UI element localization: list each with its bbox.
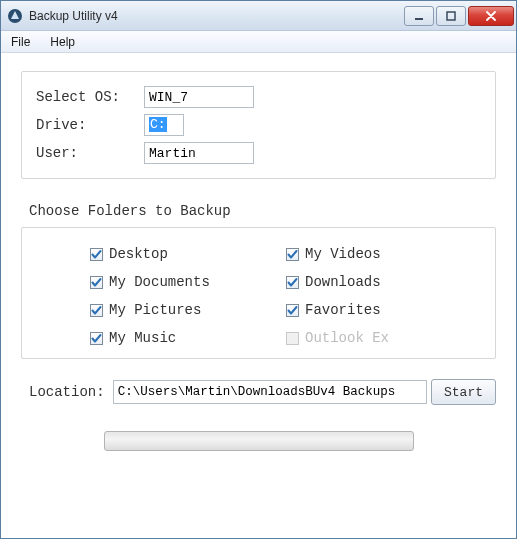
folder-label[interactable]: My Documents xyxy=(109,274,210,290)
svg-rect-2 xyxy=(447,12,455,20)
os-drive-user-panel: Select OS: Drive: C: User: xyxy=(21,71,496,179)
checkbox[interactable] xyxy=(286,248,299,261)
menubar: File Help xyxy=(1,31,516,53)
progress-wrap xyxy=(21,431,496,451)
client-area: Select OS: Drive: C: User: Choose Folder… xyxy=(1,53,516,538)
drive-label: Drive: xyxy=(36,117,136,133)
app-window: Backup Utility v4 File Help Select OS: D… xyxy=(0,0,517,539)
folder-item: My Pictures xyxy=(90,302,270,318)
folder-item: My Documents xyxy=(90,274,270,290)
folder-item: Outlook Ex xyxy=(286,330,466,346)
os-label: Select OS: xyxy=(36,89,136,105)
minimize-button[interactable] xyxy=(404,6,434,26)
checkbox[interactable] xyxy=(286,304,299,317)
folder-item: Downloads xyxy=(286,274,466,290)
svg-rect-1 xyxy=(415,18,423,20)
checkbox[interactable] xyxy=(90,248,103,261)
user-row: User: xyxy=(36,142,481,164)
close-button[interactable] xyxy=(468,6,514,26)
app-icon xyxy=(7,8,23,24)
drive-row: Drive: C: xyxy=(36,114,481,136)
checkbox[interactable] xyxy=(286,276,299,289)
location-label: Location: xyxy=(29,384,105,400)
folder-item: My Videos xyxy=(286,246,466,262)
folders-heading: Choose Folders to Backup xyxy=(29,203,496,219)
folder-label[interactable]: Downloads xyxy=(305,274,381,290)
user-input[interactable] xyxy=(144,142,254,164)
folder-label[interactable]: Desktop xyxy=(109,246,168,262)
menu-help[interactable]: Help xyxy=(46,33,79,51)
folder-label[interactable]: My Music xyxy=(109,330,176,346)
os-input[interactable] xyxy=(144,86,254,108)
maximize-button[interactable] xyxy=(436,6,466,26)
drive-input[interactable] xyxy=(144,114,184,136)
folders-panel: DesktopMy VideosMy DocumentsDownloadsMy … xyxy=(21,227,496,359)
location-input[interactable] xyxy=(113,380,427,404)
checkbox[interactable] xyxy=(90,276,103,289)
location-row: Location: Start xyxy=(29,379,496,405)
folder-label[interactable]: My Videos xyxy=(305,246,381,262)
os-row: Select OS: xyxy=(36,86,481,108)
window-controls xyxy=(404,6,514,26)
progress-bar xyxy=(104,431,414,451)
window-title: Backup Utility v4 xyxy=(29,9,404,23)
user-label: User: xyxy=(36,145,136,161)
start-button[interactable]: Start xyxy=(431,379,496,405)
checkbox xyxy=(286,332,299,345)
folder-label[interactable]: My Pictures xyxy=(109,302,201,318)
folder-item: Desktop xyxy=(90,246,270,262)
folder-label: Outlook Ex xyxy=(305,330,389,346)
checkbox[interactable] xyxy=(90,304,103,317)
folder-item: My Music xyxy=(90,330,270,346)
folder-label[interactable]: Favorites xyxy=(305,302,381,318)
folder-grid: DesktopMy VideosMy DocumentsDownloadsMy … xyxy=(50,246,483,346)
titlebar[interactable]: Backup Utility v4 xyxy=(1,1,516,31)
checkbox[interactable] xyxy=(90,332,103,345)
menu-file[interactable]: File xyxy=(7,33,34,51)
folder-item: Favorites xyxy=(286,302,466,318)
